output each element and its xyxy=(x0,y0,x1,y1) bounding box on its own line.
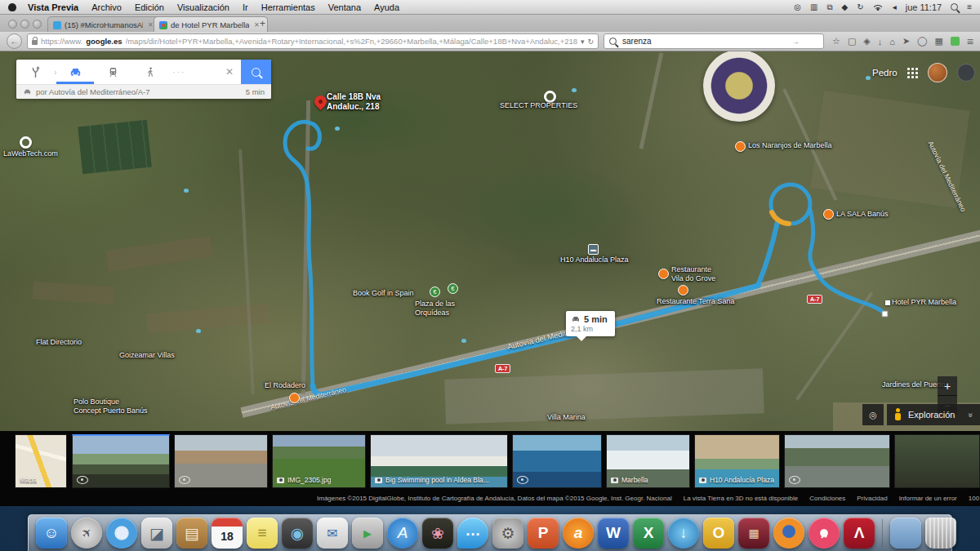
new-tab-button[interactable]: + xyxy=(260,18,265,29)
dock-icon-messages[interactable]: … xyxy=(457,518,488,549)
menu-edicion[interactable]: Edición xyxy=(128,2,171,12)
route-summary-row[interactable]: por Autovía del Mediterráneo/A-7 5 min xyxy=(16,84,271,99)
poi-label[interactable]: H10 Andalucía Plaza xyxy=(560,256,629,264)
volume-icon[interactable]: ◂ xyxy=(893,2,897,11)
search-bar[interactable]: → xyxy=(604,33,824,49)
golf-marker[interactable]: € xyxy=(448,283,458,294)
restaurant-marker[interactable] xyxy=(658,269,669,279)
dock-icon-trash[interactable] xyxy=(925,518,956,549)
privacy-link[interactable]: Privacidad xyxy=(857,495,887,502)
status-icon-1[interactable]: ◎ xyxy=(794,2,801,11)
secondary-avatar[interactable] xyxy=(957,64,975,82)
dock-icon-outlook[interactable]: O xyxy=(703,518,734,549)
url-dropdown-icon[interactable]: ▾ xyxy=(581,38,585,46)
window-close-button[interactable] xyxy=(8,20,17,29)
wifi-icon[interactable] xyxy=(873,3,884,11)
thumbnail-streetview[interactable] xyxy=(784,434,890,488)
reading-list-icon[interactable]: ▢ xyxy=(848,36,856,47)
menu-visualizacion[interactable]: Visualización xyxy=(171,2,236,12)
status-icon-4[interactable]: ◆ xyxy=(842,2,849,11)
collapse-chevron-icon[interactable]: » xyxy=(967,412,976,417)
poi-label[interactable]: Polo Boutique Concept Puerto Banús xyxy=(74,398,148,415)
dock-icon-excel[interactable]: X xyxy=(633,518,664,549)
explore-bar[interactable]: Exploración » xyxy=(887,404,980,425)
report-error-link[interactable]: Informar de un error xyxy=(899,495,957,502)
url-field[interactable]: https://www.google.es/maps/dir/Hotel+PYR… xyxy=(27,33,599,49)
poi-label[interactable]: Los Naranjos de Marbella xyxy=(748,141,832,150)
tab-close-icon[interactable]: ✕ xyxy=(254,21,260,29)
thumbnail-map[interactable]: Mapa xyxy=(15,434,67,488)
dock-icon-app-store[interactable]: A xyxy=(387,518,418,549)
poi-label[interactable]: Plaza de las Orquídeas xyxy=(415,300,455,318)
dock-icon-safari[interactable]: ☸ xyxy=(106,518,137,549)
shield-icon[interactable]: ◈ xyxy=(863,36,870,47)
close-directions-icon[interactable]: ✕ xyxy=(218,66,241,78)
notification-center-icon[interactable]: ≡ xyxy=(967,2,972,11)
restaurant-marker[interactable] xyxy=(678,285,688,295)
menu-ir[interactable]: Ir xyxy=(236,2,255,12)
poi-label[interactable]: Hotel PYR Marbella xyxy=(892,298,956,307)
poi-label[interactable]: SELECT PROPERTIES xyxy=(500,101,577,110)
reload-icon[interactable]: ↻ xyxy=(587,38,594,46)
tab-close-icon[interactable]: ✕ xyxy=(148,21,154,29)
terms-link[interactable]: Condiciones xyxy=(809,495,845,502)
google-maps-satellite-view[interactable]: Calle 18B Nva Andaluc., 218 LaWebTech.co… xyxy=(0,51,980,431)
dock-icon-dvd-player[interactable]: ▦ xyxy=(738,518,769,549)
poi-label[interactable]: Villa Marina xyxy=(547,413,586,422)
search-go-icon[interactable]: → xyxy=(791,37,800,46)
dock-icon-adobe-reader[interactable]: Λ xyxy=(844,518,875,549)
tab-maps-active[interactable]: de Hotel PYR Marbella a C... ✕ xyxy=(154,16,268,33)
walking-mode-tab[interactable] xyxy=(131,60,169,84)
poi-marker[interactable] xyxy=(20,136,32,149)
sync-icon[interactable]: ↻ xyxy=(857,2,863,11)
menu-ventana[interactable]: Ventana xyxy=(322,2,368,12)
extension-green-icon[interactable] xyxy=(951,37,960,46)
more-modes-icon[interactable]: ··· xyxy=(172,68,185,77)
menu-ayuda[interactable]: Ayuda xyxy=(368,2,406,12)
minimap-toggle-button[interactable]: ◎ xyxy=(862,404,884,425)
apple-logo-icon[interactable] xyxy=(8,3,16,11)
poi-label[interactable]: Jardines del Puerto xyxy=(882,380,946,389)
poi-label[interactable]: Restaurante Vila do Grove xyxy=(671,265,715,283)
dock-icon-system-preferences[interactable]: ⚙ xyxy=(492,518,523,549)
lodging-marker[interactable]: ▬ xyxy=(588,244,599,255)
back-button[interactable]: ← xyxy=(7,33,22,49)
menu-herramientas[interactable]: Herramientas xyxy=(255,2,322,12)
downloads-icon[interactable]: ↓ xyxy=(878,37,883,47)
bookmark-star-icon[interactable]: ☆ xyxy=(832,36,840,47)
poi-label[interactable]: El Rodadero xyxy=(265,381,305,390)
dock-icon-photo-booth[interactable]: ◉ xyxy=(282,518,313,549)
poi-marker[interactable] xyxy=(823,209,834,220)
route-mode-icon[interactable] xyxy=(16,60,54,84)
menu-app-name[interactable]: Vista Previa xyxy=(21,2,85,12)
golf-marker[interactable]: € xyxy=(430,287,440,297)
poi-label[interactable]: Flat Directorio xyxy=(36,338,82,347)
avatar[interactable] xyxy=(928,63,947,82)
dock-icon-notes[interactable]: ≡ xyxy=(247,518,278,549)
tab-twitter[interactable]: (15) #MicroHumanosAlfon... ✕ xyxy=(47,16,162,33)
route-time-bubble[interactable]: 5 min 2,1 km xyxy=(566,311,615,336)
thumbnail-streetview[interactable] xyxy=(512,434,602,488)
transit-mode-tab[interactable] xyxy=(94,60,131,84)
apps-grid-icon[interactable] xyxy=(907,68,918,78)
status-icon-3[interactable]: ⧉ xyxy=(826,2,832,12)
thumbnail-streetview[interactable] xyxy=(174,434,268,488)
dock-icon-facetime[interactable]: ▶ xyxy=(352,518,383,549)
dock-icon-calendar[interactable]: 18 xyxy=(212,518,243,549)
status-icon-2[interactable]: ▥ xyxy=(810,2,817,11)
poi-label[interactable]: Restaurante Terra Sana xyxy=(657,297,734,306)
home-icon[interactable]: ⌂ xyxy=(889,37,895,47)
directions-search-button[interactable] xyxy=(241,60,271,84)
thumbnail-photo[interactable]: Big Swimming pool in Aldea Bla... xyxy=(370,434,508,488)
dock-icon-launchpad[interactable]: ✈ xyxy=(71,518,102,549)
hotel-marker[interactable] xyxy=(885,300,890,305)
thumbnail-streetview[interactable] xyxy=(894,434,980,488)
dock-icon-word[interactable]: W xyxy=(598,518,629,549)
search-input[interactable] xyxy=(621,36,787,47)
hamburger-menu-icon[interactable]: ≡ xyxy=(967,35,973,48)
dock-icon-downloads-folder[interactable] xyxy=(890,518,921,549)
menu-bar-clock[interactable]: jue 11:17 xyxy=(906,2,942,12)
poi-label[interactable]: Book Golf in Spain xyxy=(353,289,414,298)
window-minimize-button[interactable] xyxy=(20,20,29,29)
dock-icon-iphoto[interactable]: ❀ xyxy=(422,518,453,549)
